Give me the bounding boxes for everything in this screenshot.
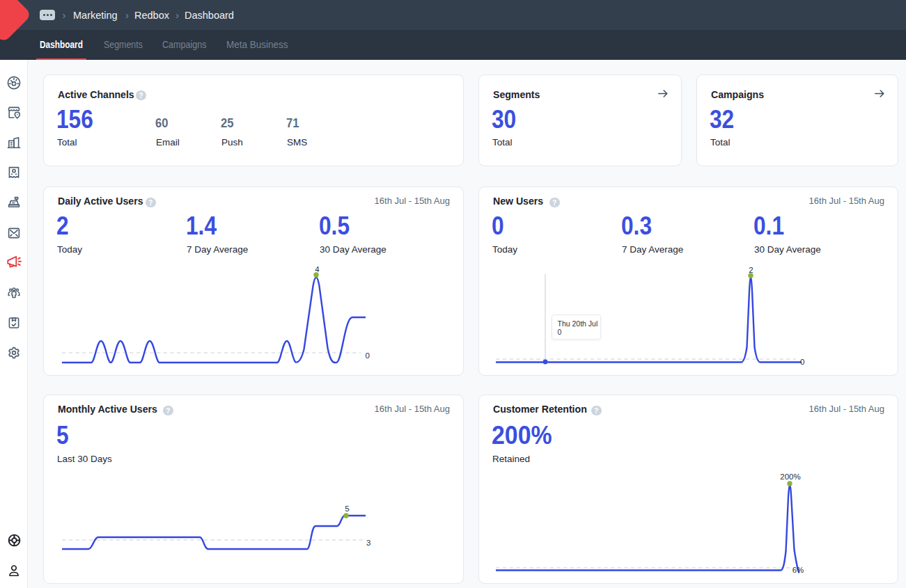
svg-text:2: 2: [749, 266, 753, 274]
svg-text:200%: 200%: [780, 472, 800, 481]
svg-text:3: 3: [366, 539, 370, 547]
svg-text:5: 5: [345, 504, 349, 513]
svg-text:0: 0: [800, 358, 804, 366]
svg-text:4: 4: [315, 265, 320, 273]
svg-text:0: 0: [366, 351, 370, 360]
svg-text:6%: 6%: [792, 566, 804, 574]
